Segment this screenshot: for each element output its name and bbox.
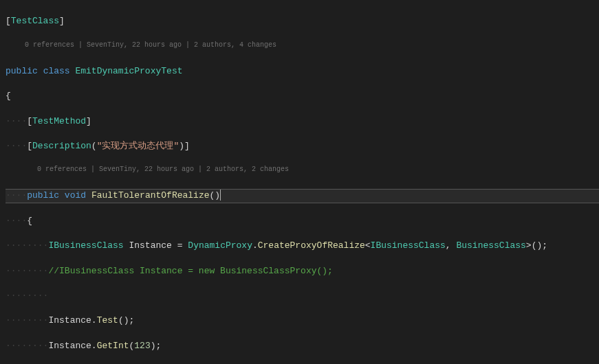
- method: CreateProxyOfRealize: [258, 240, 365, 251]
- desc-string: "实现方式动态代理": [97, 141, 179, 151]
- text-cursor: [220, 190, 221, 201]
- type: DynamicProxy: [188, 240, 252, 251]
- codelens[interactable]: 0 references | SevenTiny, 22 hours ago |…: [6, 165, 599, 177]
- code-line: ····{: [6, 215, 599, 227]
- code-line: ········IBusinessClass Instance = Dynami…: [6, 240, 599, 252]
- attr-description: Description: [32, 141, 91, 151]
- code-line: ········Instance.Test();: [6, 315, 599, 327]
- kw-void: void: [65, 190, 86, 201]
- code-line: public class EmitDynamicProxyTest: [6, 65, 599, 78]
- method-name: FaultTolerantOfRealize: [91, 190, 210, 201]
- type: IBusinessClass: [48, 240, 123, 251]
- method: GetInt: [97, 341, 129, 351]
- var: Instance: [129, 240, 171, 251]
- code-line: ········//IBusinessClass Instance = new …: [6, 265, 599, 277]
- blank-line: ········: [6, 290, 599, 302]
- kw-public: public: [27, 190, 59, 201]
- code-line: [TestClass]: [6, 15, 599, 27]
- comment: //IBusinessClass Instance = new Business…: [48, 266, 332, 276]
- kw-class: class: [43, 66, 70, 76]
- attr-testmethod: TestMethod: [32, 116, 86, 126]
- attr-testclass: TestClass: [11, 16, 59, 26]
- code-line: ····[TestMethod]: [6, 115, 599, 128]
- num: 123: [134, 341, 150, 351]
- code-line: ········Instance.GetInt(123);: [6, 340, 599, 352]
- code-line: ····[Description("实现方式动态代理")]: [6, 140, 599, 152]
- type: BusinessClass: [456, 240, 525, 251]
- current-line[interactable]: ····public void FaultTolerantOfRealize(): [6, 189, 599, 203]
- method: Test: [97, 315, 118, 326]
- code-line: {: [6, 90, 599, 102]
- type-classname: EmitDynamicProxyTest: [75, 66, 182, 76]
- var: Instance: [48, 341, 91, 351]
- kw-public: public: [6, 66, 38, 76]
- var: Instance: [48, 315, 91, 326]
- code-editor[interactable]: [TestClass] 0 references | SevenTiny, 22…: [0, 0, 599, 364]
- type: IBusinessClass: [371, 240, 446, 251]
- codelens[interactable]: 0 references | SevenTiny, 22 hours ago |…: [6, 41, 599, 53]
